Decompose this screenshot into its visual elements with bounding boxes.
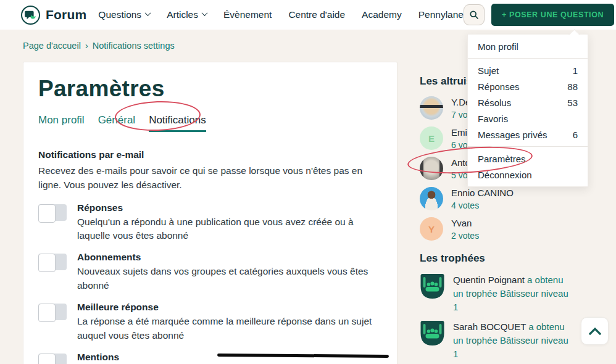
nav-item[interactable]: Academy [362, 9, 402, 20]
trophy-member-name: Sarah BOCQUET [453, 321, 528, 332]
menu-group: Paramètres Déconnexion [468, 146, 588, 186]
menu-item-réponses[interactable]: Réponses 88 [468, 78, 588, 94]
menu-item-favoris[interactable]: Favoris [468, 110, 588, 126]
toggle-list: Réponses Quelqu'un a répondu à une publi… [38, 202, 382, 364]
tab-général[interactable]: Général [98, 114, 135, 132]
trophy-badge-icon [420, 273, 445, 300]
trophies-list: Quentin Poignant a obtenu un trophée Bât… [420, 273, 574, 364]
notification-setting-row: Abonnements Nouveaux sujets dans vos gro… [38, 252, 382, 292]
menu-item-paramètres[interactable]: Paramètres [468, 151, 588, 167]
menu-item-count: 1 [573, 65, 578, 76]
altruist-row[interactable]: Ennio CANINO 4 votes [420, 187, 574, 210]
notification-setting-row: Réponses Quelqu'un a répondu à une publi… [38, 202, 382, 243]
settings-tabs: Mon profilGénéralNotifications [38, 114, 382, 132]
toggle-switch[interactable] [38, 204, 67, 221]
member-name: Yvan [451, 218, 479, 228]
setting-description: La réponse a été marquée comme la meille… [77, 315, 382, 342]
breadcrumb-separator: › [85, 41, 88, 51]
nav-item[interactable]: Centre d'aide [288, 9, 345, 20]
menu-item-count: 6 [573, 130, 578, 140]
menu-item-sujet[interactable]: Sujet 1 [468, 62, 588, 78]
member-avatar [420, 187, 443, 210]
chevron-down-icon [145, 10, 151, 16]
altruist-row[interactable]: Y Yvan 2 votes [420, 217, 574, 241]
brand-name: Forum [46, 7, 86, 22]
menu-item-déconnexion[interactable]: Déconnexion [468, 167, 588, 183]
menu-group: Mon profil [468, 35, 588, 58]
setting-label: Abonnements [77, 252, 382, 263]
setting-label: Mentions [77, 352, 327, 363]
toggle-switch[interactable] [38, 354, 67, 364]
trophy-member-name: Quentin Poignant [453, 275, 527, 285]
member-name: Ennio CANINO [451, 188, 514, 198]
user-dropdown-menu: Mon profil Sujet 1 Réponses 88 Résolus 5… [467, 34, 588, 187]
member-votes: 4 votes [451, 201, 514, 210]
nav-item[interactable]: Articles [167, 9, 207, 20]
notification-setting-row: Meilleure réponse La réponse a été marqu… [38, 302, 382, 342]
page-title: Paramètres [38, 76, 382, 102]
email-notifications-title: Notifications par e-mail [38, 149, 382, 160]
nav-item[interactable]: Évènement [223, 9, 272, 20]
search-icon [469, 10, 479, 20]
forum-logo-icon [21, 6, 40, 25]
scroll-to-top-button[interactable] [581, 317, 609, 345]
breadcrumb-home-link[interactable]: Page d'accueil [23, 41, 81, 51]
trophy-row: Sarah BOCQUET a obtenu un trophée Bâtiss… [420, 320, 574, 360]
chevron-up-icon [589, 328, 601, 335]
trophy-row: Quentin Poignant a obtenu un trophée Bât… [420, 273, 574, 313]
toggle-switch[interactable] [38, 254, 67, 270]
menu-item-messages-privés[interactable]: Messages privés 6 [468, 126, 588, 143]
settings-card: Paramètres Mon profilGénéralNotification… [23, 62, 397, 364]
setting-description: Quelqu'un a répondu à une publication qu… [77, 215, 382, 243]
menu-group: Sujet 1 Réponses 88 Résolus 53 Favoris M… [468, 58, 588, 146]
trophies-heading: Les trophées [420, 252, 574, 265]
tab-notifications[interactable]: Notifications [149, 114, 206, 132]
member-avatar [420, 157, 443, 180]
setting-description: Nouveaux sujets dans vos groupes et caté… [77, 265, 382, 292]
menu-item-count: 53 [567, 97, 578, 108]
setting-label: Réponses [77, 202, 382, 213]
menu-item-résolus[interactable]: Résolus 53 [468, 94, 588, 110]
search-button[interactable] [464, 4, 485, 25]
top-header: Forum Questions Articles Évènement Centr… [0, 0, 616, 30]
tab-mon-profil[interactable]: Mon profil [38, 114, 85, 132]
toggle-switch[interactable] [38, 304, 67, 320]
email-notifications-description: Recevez des e-mails pour savoir ce qui s… [38, 163, 382, 192]
member-avatar: Y [420, 217, 443, 241]
breadcrumb: Page d'accueil › Notifications settings [23, 41, 175, 51]
setting-label: Meilleure réponse [77, 302, 382, 313]
breadcrumb-current[interactable]: Notifications settings [93, 41, 175, 51]
member-avatar: E [420, 126, 443, 150]
forum-logo[interactable]: Forum [21, 6, 86, 25]
notification-setting-row: Mentions Quelqu'un vous a mentionné dans… [38, 352, 382, 364]
member-avatar [420, 96, 443, 120]
ask-question-button[interactable]: + POSER UNE QUESTION [491, 4, 614, 26]
main-nav: Questions Articles Évènement Centre d'ai… [98, 9, 464, 20]
trophy-badge-icon [420, 320, 445, 347]
menu-item-mon-profil[interactable]: Mon profil [468, 38, 588, 54]
chevron-down-icon [202, 10, 208, 16]
nav-item[interactable]: Pennylane [418, 9, 464, 20]
nav-item[interactable]: Questions [98, 9, 150, 20]
menu-item-count: 88 [567, 81, 578, 92]
member-votes: 2 votes [451, 231, 479, 241]
header-actions: + POSER UNE QUESTION [464, 4, 616, 26]
